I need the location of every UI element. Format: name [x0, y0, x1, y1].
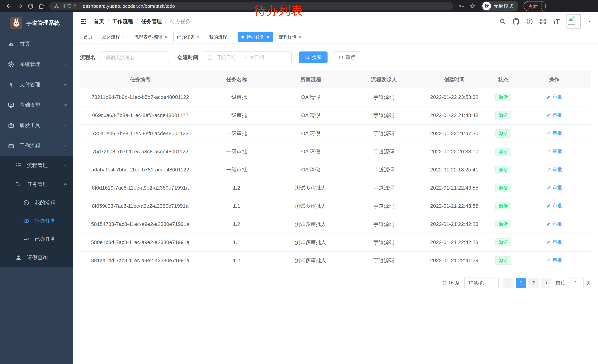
todo-task-table: 任务编号 任务名称 所属流程 流程发起人 创建时间 状态 操作 73211d9d…	[80, 71, 591, 270]
sidebar-item-home[interactable]: 首页	[0, 34, 73, 54]
avatar[interactable]	[566, 15, 581, 29]
close-icon[interactable]: ×	[197, 34, 199, 40]
prev-page-button[interactable]	[503, 278, 514, 288]
close-icon[interactable]: ×	[122, 34, 125, 40]
approve-button[interactable]: 审批	[546, 112, 562, 118]
sidebar-collapse-button[interactable]	[80, 18, 87, 25]
browser-home-button[interactable]	[36, 1, 47, 11]
close-icon[interactable]: ×	[299, 34, 301, 40]
sidebar-item-infrastructure[interactable]: 基础设施	[0, 95, 73, 115]
status-badge: 激活	[495, 166, 511, 174]
col-status: 状态	[490, 71, 517, 88]
chevron-left-icon	[506, 281, 511, 285]
address-bar[interactable]: 不安全 dashboard.yudao.iocoder.cn/bpm/task/…	[49, 2, 453, 10]
list-icon	[15, 162, 22, 169]
browser-reload-button[interactable]	[25, 1, 36, 11]
status-badge: 激活	[495, 238, 511, 247]
gear-icon	[8, 61, 15, 68]
edit-icon	[546, 240, 551, 245]
approve-button[interactable]: 审批	[546, 239, 562, 245]
annotation-overlay: 待办列表	[254, 3, 303, 19]
app-logo: 芋道管理系统	[0, 12, 73, 34]
sidebar: 芋道管理系统 首页 系统管理 ¥ 支付管理	[0, 12, 73, 364]
breadcrumb-task-mgmt[interactable]: 任务管理	[141, 18, 162, 25]
goto-suffix: 页	[586, 280, 591, 286]
cell-initiator: 芋道源码	[349, 197, 419, 215]
reset-button[interactable]: 重置	[333, 51, 361, 63]
sidebar-item-todo-task[interactable]: 待办任务	[0, 212, 73, 230]
sidebar-item-task-mgmt[interactable]: 任务管理	[0, 175, 73, 194]
browser-forward-button[interactable]	[15, 1, 25, 11]
approve-button[interactable]: 审批	[546, 221, 562, 227]
approve-button[interactable]: 审批	[546, 130, 562, 137]
next-page-button[interactable]	[541, 278, 551, 288]
search-icon[interactable]	[499, 18, 506, 25]
approve-button[interactable]: 审批	[546, 166, 562, 173]
cell-created: 2022-01-21 22:43:55	[419, 179, 490, 197]
approve-button[interactable]: 审批	[546, 94, 562, 100]
font-size-icon[interactable]: TT	[553, 18, 560, 25]
broken-image-icon	[568, 16, 575, 25]
page-size-select[interactable]: 10条/页	[464, 277, 499, 288]
process-name-input[interactable]	[100, 51, 169, 63]
sidebar-item-dev-tools[interactable]: 研发工具	[0, 115, 73, 136]
user-icon	[15, 254, 22, 261]
tab-todo-task[interactable]: 待办任务×	[238, 32, 273, 42]
date-range-picker[interactable]: 开始日期 - 结束日期	[203, 51, 291, 63]
sidebar-item-my-process[interactable]: 我的流程	[0, 194, 73, 212]
fullscreen-icon[interactable]	[540, 18, 546, 25]
cell-created: 2022-01-22 21:37:30	[419, 124, 490, 143]
eye-closed-icon	[23, 236, 30, 242]
approve-button[interactable]: 审批	[546, 202, 562, 209]
cell-process: OA 请假	[273, 124, 349, 143]
browser-menu-icon[interactable]	[541, 4, 542, 9]
start-date-placeholder: 开始日期	[216, 54, 236, 61]
end-date-placeholder: 结束日期	[245, 54, 264, 61]
approve-button[interactable]: 审批	[546, 184, 562, 191]
pagination: 共 16 条 10条/页 1 2 前往	[80, 277, 591, 288]
sidebar-item-workflow[interactable]: 工作流程	[0, 136, 73, 156]
cell-initiator: 芋道源码	[349, 124, 419, 143]
tab-my-process[interactable]: 我的流程×	[206, 32, 235, 42]
help-icon[interactable]: ?	[526, 18, 533, 25]
close-icon[interactable]: ×	[266, 34, 269, 40]
sidebar-item-done-task[interactable]: 已办任务	[0, 230, 73, 248]
browser-back-button[interactable]	[4, 1, 15, 11]
page-button-2[interactable]: 2	[528, 278, 539, 288]
sidebar-item-process-mgmt[interactable]: 流程管理	[0, 156, 73, 175]
close-icon[interactable]: ×	[229, 34, 232, 40]
divider	[80, 4, 80, 9]
breadcrumb-home[interactable]: 首页	[94, 18, 104, 25]
incognito-icon	[482, 2, 491, 10]
edit-icon	[546, 113, 551, 118]
github-icon[interactable]	[513, 18, 520, 25]
update-button[interactable]: 更新	[523, 1, 546, 11]
sidebar-item-payment-mgmt[interactable]: ¥ 支付管理	[0, 74, 73, 95]
tab-start-process[interactable]: 发起流程×	[99, 32, 128, 42]
col-task-name: 任务名称	[200, 71, 273, 88]
approve-button[interactable]: 审批	[546, 148, 562, 155]
cell-task-name: 1.2	[200, 251, 273, 270]
password-key-icon[interactable]	[458, 3, 464, 9]
approve-button[interactable]: 审批	[546, 257, 562, 263]
bookmark-star-icon[interactable]	[469, 3, 476, 9]
create-time-label: 创建时间	[177, 54, 198, 61]
cell-created: 2022-01-22 20:33:10	[419, 143, 490, 161]
caret-down-icon[interactable]	[587, 19, 591, 24]
page-button-1[interactable]: 1	[516, 278, 526, 288]
search-button[interactable]: 搜索	[299, 51, 328, 63]
edit-icon	[546, 203, 551, 208]
sidebar-item-system-mgmt[interactable]: 系统管理	[0, 54, 73, 74]
goto-page-input[interactable]	[568, 277, 583, 288]
tab-done-task[interactable]: 已办任务×	[173, 32, 203, 42]
tab-process-form-edit[interactable]: 流程表单-编辑×	[131, 32, 171, 42]
close-icon[interactable]: ×	[165, 34, 167, 40]
tab-home[interactable]: 首页	[80, 32, 96, 42]
eye-icon	[23, 218, 30, 224]
sidebar-item-leave-query[interactable]: 请假查询	[0, 248, 73, 267]
tab-process-detail[interactable]: 流程详情×	[275, 32, 305, 42]
breadcrumb-workflow[interactable]: 工作流程	[112, 18, 133, 25]
pagination-total: 共 16 条	[442, 280, 460, 286]
cell-process: OA 请假	[273, 106, 349, 124]
sidebar-item-label: 已办任务	[35, 235, 56, 243]
